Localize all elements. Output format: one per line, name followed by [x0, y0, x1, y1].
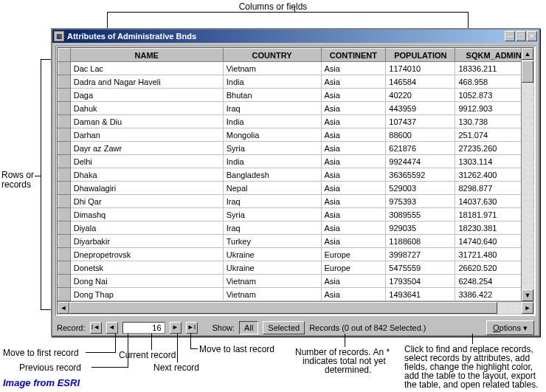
cell-continent[interactable]: Asia: [321, 142, 386, 155]
scroll-thumb[interactable]: [69, 302, 497, 314]
table-row[interactable]: DiyarbakirTurkeyAsia118860814740.640: [58, 235, 533, 248]
horizontal-scrollbar[interactable]: ◄ ►: [58, 301, 533, 314]
cell-continent[interactable]: Asia: [321, 195, 386, 208]
cell-population[interactable]: 1793504: [386, 275, 455, 288]
cell-population[interactable]: 40220: [386, 89, 455, 102]
row-selector[interactable]: [58, 248, 71, 261]
table-row[interactable]: Dong ThapVietnamAsia14936413386.422: [58, 288, 533, 301]
cell-country[interactable]: India: [223, 115, 321, 128]
column-header-name[interactable]: NAME: [70, 49, 223, 62]
cell-name[interactable]: Dhawalagiri: [70, 182, 223, 195]
row-selector[interactable]: [58, 195, 71, 208]
cell-country[interactable]: Bhutan: [223, 89, 321, 102]
table-row[interactable]: DhakaBangladeshAsia3636559231262.400: [58, 168, 533, 182]
row-selector[interactable]: [58, 288, 71, 301]
table-row[interactable]: Dac LacVietnamAsia117401018336.211: [58, 62, 533, 75]
cell-name[interactable]: Dayr az Zawr: [70, 142, 223, 155]
corner-cell[interactable]: [58, 49, 71, 62]
row-selector[interactable]: [58, 275, 71, 288]
table-row[interactable]: DonetskUkraineEurope547555926620.520: [58, 261, 533, 275]
scroll-track[interactable]: [522, 60, 533, 289]
cell-country[interactable]: India: [223, 75, 321, 89]
cell-population[interactable]: 529003: [386, 182, 455, 195]
titlebar[interactable]: ▦ Attributes of Administrative Bnds — □ …: [52, 30, 539, 43]
row-selector[interactable]: [58, 235, 71, 248]
cell-continent[interactable]: Asia: [321, 155, 386, 168]
cell-name[interactable]: Daman & Diu: [70, 115, 223, 128]
row-selector[interactable]: [58, 62, 71, 75]
cell-population[interactable]: 107437: [386, 115, 455, 128]
scroll-down-arrow[interactable]: ▼: [522, 289, 533, 301]
row-selector[interactable]: [58, 168, 71, 182]
row-selector[interactable]: [58, 208, 71, 221]
cell-country[interactable]: Syria: [223, 142, 321, 155]
cell-name[interactable]: Dac Lac: [70, 62, 223, 75]
scroll-thumb[interactable]: [522, 61, 533, 83]
cell-name[interactable]: Dadra and Nagar Haveli: [70, 75, 223, 89]
cell-country[interactable]: Vietnam: [223, 275, 321, 288]
cell-country[interactable]: Vietnam: [223, 62, 321, 75]
cell-continent[interactable]: Asia: [321, 221, 386, 235]
cell-continent[interactable]: Asia: [321, 275, 386, 288]
row-selector[interactable]: [58, 221, 71, 235]
current-record-input[interactable]: 16: [122, 322, 165, 334]
previous-record-button[interactable]: ◄: [106, 322, 118, 334]
row-selector[interactable]: [58, 115, 71, 128]
cell-continent[interactable]: Asia: [321, 128, 386, 142]
cell-continent[interactable]: Asia: [321, 102, 386, 115]
table-row[interactable]: Dhi QarIraqAsia97539314037.630: [58, 195, 533, 208]
scroll-right-arrow[interactable]: ►: [522, 302, 533, 314]
table-row[interactable]: DimashqSyriaAsia308955518181.971: [58, 208, 533, 221]
cell-name[interactable]: Darhan: [70, 128, 223, 142]
cell-country[interactable]: Ukraine: [223, 261, 321, 275]
table-row[interactable]: Dadra and Nagar HaveliIndiaAsia146584468…: [58, 75, 533, 89]
cell-country[interactable]: Vietnam: [223, 288, 321, 301]
cell-name[interactable]: Dhi Qar: [70, 195, 223, 208]
cell-name[interactable]: Diyala: [70, 221, 223, 235]
cell-name[interactable]: Diyarbakir: [70, 235, 223, 248]
cell-population[interactable]: 1174010: [386, 62, 455, 75]
cell-name[interactable]: Dong Nai: [70, 275, 223, 288]
options-button[interactable]: Options ▾: [486, 320, 534, 335]
table-row[interactable]: Dayr az ZawrSyriaAsia62187627235.260: [58, 142, 533, 155]
cell-country[interactable]: Ukraine: [223, 248, 321, 261]
cell-name[interactable]: Delhi: [70, 155, 223, 168]
scroll-left-arrow[interactable]: ◄: [58, 302, 69, 314]
cell-continent[interactable]: Asia: [321, 168, 386, 182]
cell-population[interactable]: 1188608: [386, 235, 455, 248]
cell-country[interactable]: Nepal: [223, 182, 321, 195]
row-selector[interactable]: [58, 182, 71, 195]
show-all-button[interactable]: All: [239, 321, 258, 334]
cell-country[interactable]: Iraq: [223, 102, 321, 115]
cell-country[interactable]: Mongolia: [223, 128, 321, 142]
cell-continent[interactable]: Asia: [321, 288, 386, 301]
cell-population[interactable]: 9924474: [386, 155, 455, 168]
cell-country[interactable]: India: [223, 155, 321, 168]
row-selector[interactable]: [58, 75, 71, 89]
cell-country[interactable]: Syria: [223, 208, 321, 221]
minimize-button[interactable]: —: [505, 31, 515, 41]
cell-population[interactable]: 443959: [386, 102, 455, 115]
table-row[interactable]: Dong NaiVietnamAsia17935046248.254: [58, 275, 533, 288]
attribute-grid[interactable]: NAME COUNTRY CONTINENT POPULATION SQKM_A…: [58, 48, 533, 314]
cell-name[interactable]: Dnepropetrovsk: [70, 248, 223, 261]
cell-population[interactable]: 88600: [386, 128, 455, 142]
cell-population[interactable]: 975393: [386, 195, 455, 208]
cell-population[interactable]: 929035: [386, 221, 455, 235]
table-row[interactable]: DagaBhutanAsia402201052.873: [58, 89, 533, 102]
cell-country[interactable]: Iraq: [223, 221, 321, 235]
column-header-country[interactable]: COUNTRY: [223, 49, 321, 62]
first-record-button[interactable]: I◄: [90, 322, 102, 334]
row-selector[interactable]: [58, 155, 71, 168]
table-row[interactable]: DahukIraqAsia4439599912.903: [58, 102, 533, 115]
cell-continent[interactable]: Asia: [321, 115, 386, 128]
cell-continent[interactable]: Asia: [321, 182, 386, 195]
row-selector[interactable]: [58, 102, 71, 115]
cell-name[interactable]: Daga: [70, 89, 223, 102]
table-row[interactable]: DelhiIndiaAsia99244741303.114: [58, 155, 533, 168]
row-selector[interactable]: [58, 261, 71, 275]
cell-population[interactable]: 5475559: [386, 261, 455, 275]
show-selected-button[interactable]: Selected: [263, 321, 305, 334]
cell-continent[interactable]: Europe: [321, 261, 386, 275]
cell-population[interactable]: 621876: [386, 142, 455, 155]
